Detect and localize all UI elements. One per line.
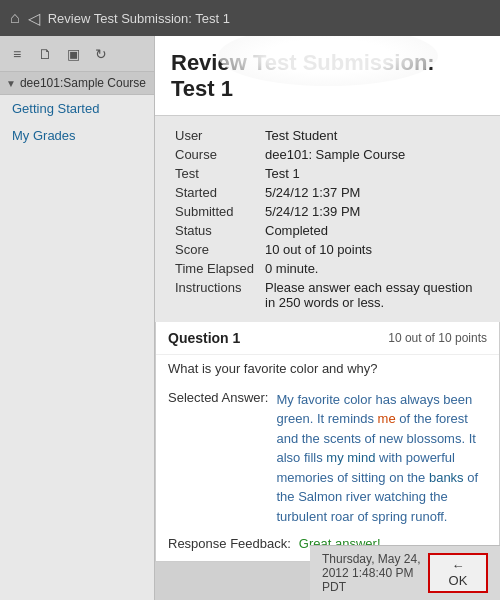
info-section: User Test Student Course dee101: Sample … xyxy=(155,116,500,322)
answer-highlight-2: my mind xyxy=(326,450,375,465)
answer-label: Selected Answer: xyxy=(168,390,268,527)
top-bar-title: Review Test Submission: Test 1 xyxy=(48,11,230,26)
question-text: What is your favorite color and why? xyxy=(156,355,499,384)
answer-highlight-1: me xyxy=(378,411,396,426)
table-row: Time Elapsed 0 minute. xyxy=(171,259,484,278)
sidebar-item-getting-started[interactable]: Getting Started xyxy=(0,95,154,122)
refresh-icon[interactable]: ↻ xyxy=(90,43,112,65)
menu-icon[interactable]: ≡ xyxy=(6,43,28,65)
back-icon[interactable]: ◁ xyxy=(28,9,40,28)
answer-text: My favorite color has always been green.… xyxy=(276,390,487,527)
question-header: Question 1 10 out of 10 points xyxy=(156,322,499,355)
question-box: Question 1 10 out of 10 points What is y… xyxy=(155,322,500,563)
main-layout: ≡ 🗋 ▣ ↻ ▼ dee101:Sample Course Getting S… xyxy=(0,36,500,600)
answer-row: Selected Answer: My favorite color has a… xyxy=(168,388,487,533)
footer-bar: Thursday, May 24, 2012 1:48:40 PM PDT ← … xyxy=(310,545,500,600)
page-title: Review Test Submission: Test 1 xyxy=(171,50,484,103)
home-icon[interactable]: ⌂ xyxy=(10,9,20,27)
info-value: Please answer each essay question in 250… xyxy=(261,278,484,312)
content-area: Review Test Submission: Test 1 User Test… xyxy=(155,36,500,600)
footer-timestamp: Thursday, May 24, 2012 1:48:40 PM PDT xyxy=(322,552,428,594)
expand-arrow-icon: ▼ xyxy=(6,78,16,89)
table-row: Course dee101: Sample Course xyxy=(171,145,484,164)
info-value: 10 out of 10 points xyxy=(261,240,484,259)
page-icon[interactable]: 🗋 xyxy=(34,43,56,65)
sidebar-toolbar: ≡ 🗋 ▣ ↻ xyxy=(0,36,154,72)
info-value: 0 minute. xyxy=(261,259,484,278)
info-value: 5/24/12 1:37 PM xyxy=(261,183,484,202)
info-value: Completed xyxy=(261,221,484,240)
table-row: Test Test 1 xyxy=(171,164,484,183)
info-value: Test Student xyxy=(261,126,484,145)
page-heading: Review Test Submission: Test 1 xyxy=(155,36,500,116)
sidebar-item-my-grades[interactable]: My Grades xyxy=(0,122,154,149)
info-label: User xyxy=(171,126,261,145)
info-table: User Test Student Course dee101: Sample … xyxy=(171,126,484,312)
sidebar-course-label: ▼ dee101:Sample Course xyxy=(0,72,154,95)
question-score: 10 out of 10 points xyxy=(388,331,487,345)
answer-highlight-3: banks xyxy=(429,470,464,485)
info-value: Test 1 xyxy=(261,164,484,183)
table-row: Started 5/24/12 1:37 PM xyxy=(171,183,484,202)
question-content: Selected Answer: My favorite color has a… xyxy=(156,384,499,562)
info-label: Test xyxy=(171,164,261,183)
grid-icon[interactable]: ▣ xyxy=(62,43,84,65)
table-row: Score 10 out of 10 points xyxy=(171,240,484,259)
ok-button[interactable]: ← OK xyxy=(428,553,488,593)
info-value: 5/24/12 1:39 PM xyxy=(261,202,484,221)
course-name: dee101:Sample Course xyxy=(20,76,146,90)
feedback-label: Response Feedback: xyxy=(168,536,291,551)
info-label: Time Elapsed xyxy=(171,259,261,278)
info-label: Score xyxy=(171,240,261,259)
info-value: dee101: Sample Course xyxy=(261,145,484,164)
info-label: Instructions xyxy=(171,278,261,312)
info-label: Submitted xyxy=(171,202,261,221)
table-row: Instructions Please answer each essay qu… xyxy=(171,278,484,312)
table-row: Status Completed xyxy=(171,221,484,240)
info-label: Status xyxy=(171,221,261,240)
question-title: Question 1 xyxy=(168,330,240,346)
info-label: Course xyxy=(171,145,261,164)
top-bar: ⌂ ◁ Review Test Submission: Test 1 xyxy=(0,0,500,36)
info-label: Started xyxy=(171,183,261,202)
sidebar: ≡ 🗋 ▣ ↻ ▼ dee101:Sample Course Getting S… xyxy=(0,36,155,600)
table-row: Submitted 5/24/12 1:39 PM xyxy=(171,202,484,221)
table-row: User Test Student xyxy=(171,126,484,145)
